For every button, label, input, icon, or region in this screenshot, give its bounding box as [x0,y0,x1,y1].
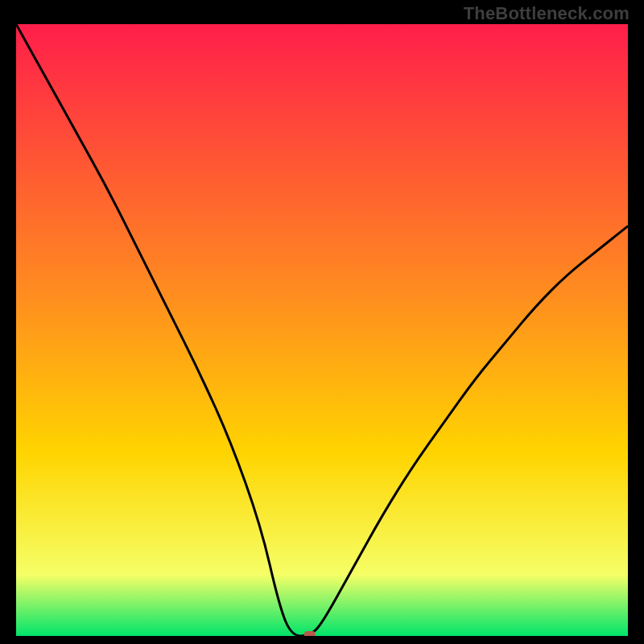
optimal-marker [304,631,316,636]
watermark-text: TheBottleneck.com [464,3,630,24]
plot-area [16,24,628,636]
chart-container: TheBottleneck.com [0,0,644,644]
chart-svg [16,24,628,636]
gradient-background [16,24,628,636]
